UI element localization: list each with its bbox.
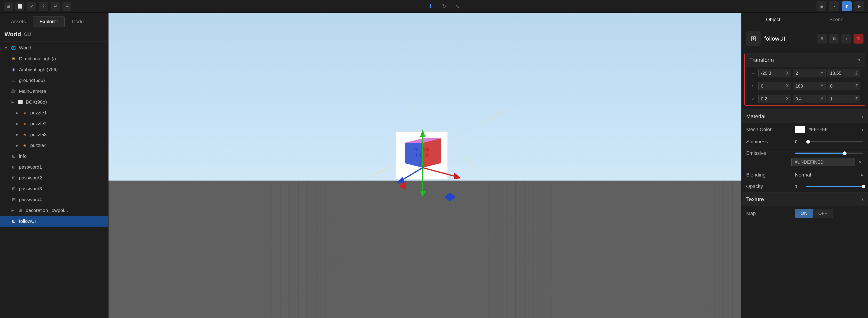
panel-arrow-icon[interactable]: ▾ — [829, 1, 839, 11]
scale-icon: ⤢ — [749, 96, 756, 103]
mesh-color-chevron[interactable]: ▾ — [862, 128, 864, 132]
sidebar-item-maincamera[interactable]: 🎥 MainCamera — [0, 86, 108, 97]
sidebar-item-world[interactable]: ▼ 🌐 World — [0, 42, 108, 53]
light-icon: ☀ — [10, 56, 17, 62]
sidebar-item-ambientlight[interactable]: ◉ AmbientLight(756) — [0, 64, 108, 75]
texture-section-header[interactable]: Texture ▾ — [742, 192, 868, 206]
rotation-y-value: 180 — [796, 83, 819, 89]
decoration-label: decoration_lowpol... — [26, 208, 68, 213]
position-x-value: -20.3 — [761, 71, 784, 76]
opacity-fill — [806, 186, 864, 187]
topbar-center: ✛ ↻ ⤡ — [74, 1, 814, 11]
scale-x-field[interactable]: 0.2 X — [758, 95, 791, 103]
add-component-button[interactable]: ⊕ — [817, 34, 827, 43]
expand-icon[interactable]: ⤢ — [27, 2, 36, 11]
opacity-track[interactable] — [806, 186, 864, 187]
refresh-icon[interactable]: ↻ — [439, 1, 449, 11]
sidebar-item-password4[interactable]: ⊞ password4 — [0, 194, 108, 205]
emissive-thumb[interactable] — [843, 151, 846, 155]
rotation-y-field[interactable]: 180 Y — [793, 82, 826, 90]
rotation-x-field[interactable]: 0 X — [758, 82, 791, 90]
password1-label: password1 — [19, 164, 42, 170]
emissive-slider-container — [795, 152, 864, 154]
tab-scene[interactable]: Scene — [805, 13, 868, 27]
transform-scale-row: ⤢ 0.2 X 0.4 Y 1 Z — [745, 93, 865, 105]
shininess-track[interactable] — [806, 141, 864, 142]
sidebar-item-puzzle1[interactable]: ▶ ◈ puzzle1 — [0, 107, 108, 118]
emissive-track[interactable] — [795, 152, 864, 154]
followui-icon: ⊞ — [10, 218, 17, 224]
object-icon-big: ⊞ — [746, 31, 761, 46]
position-y-field[interactable]: 2 Y — [793, 69, 826, 77]
opacity-label: Opacity — [746, 183, 792, 189]
undo-button[interactable]: ↩ — [51, 2, 60, 11]
rotation-z-axis: Z — [855, 84, 858, 89]
shininess-value: 0 — [795, 139, 804, 144]
object-header-actions: ⊕ ⧉ ＋ 🗑 — [817, 34, 864, 43]
tab-assets[interactable]: Assets — [4, 16, 32, 27]
sidebar-item-password2[interactable]: ⊞ password2 — [0, 172, 108, 183]
scale-z-field[interactable]: 1 Z — [828, 95, 860, 103]
sidebar-item-puzzle2[interactable]: ▶ ◈ puzzle2 — [0, 118, 108, 129]
position-x-axis: X — [786, 71, 789, 76]
sidebar-item-directionallight[interactable]: ☀ DirectionalLight(a... — [0, 53, 108, 64]
sidebar-item-password1[interactable]: ⊞ password1 — [0, 162, 108, 172]
mesh-color-swatch[interactable] — [795, 126, 805, 133]
world-label: World — [4, 31, 21, 38]
move-tool-icon[interactable]: ✛ — [426, 1, 435, 11]
emissive-clear-button[interactable]: ✕ — [857, 160, 864, 165]
grid-icon[interactable]: ⊞ — [4, 2, 13, 11]
scale-z-value: 1 — [830, 96, 854, 102]
position-y-axis: Y — [820, 71, 823, 76]
sidebar-item-puzzle4[interactable]: ▶ ◈ puzzle4 — [0, 140, 108, 151]
password4-label: password4 — [19, 197, 42, 202]
sidebar-item-ground[interactable]: ▭ ground(5d5) — [0, 75, 108, 86]
fullscreen-icon[interactable]: ⤡ — [453, 1, 463, 11]
transform-section: Transform ▾ ✛ -20.3 X 2 Y 18.55 Z — [744, 53, 865, 106]
puzzle1-chevron: ▶ — [15, 111, 20, 115]
material-chevron: ▾ — [862, 114, 864, 119]
texture-title: Texture — [746, 196, 764, 203]
help-icon[interactable]: ? — [39, 2, 48, 11]
material-section-header[interactable]: Material ▾ — [742, 110, 868, 123]
sidebar-item-box[interactable]: ▶ ⬜ BOX(98e) — [0, 97, 108, 107]
scale-y-field[interactable]: 0.4 Y — [793, 95, 826, 103]
sidebar-item-password3[interactable]: ⊞ password3 — [0, 183, 108, 194]
panel-layout-icon[interactable]: ▣ — [816, 1, 827, 11]
password2-icon: ⊞ — [10, 175, 17, 181]
svg-marker-19 — [454, 173, 461, 179]
opacity-thumb[interactable] — [862, 185, 865, 188]
sidebar-item-info[interactable]: ⊞ info — [0, 151, 108, 162]
upload-button[interactable]: ⬆ — [842, 1, 852, 11]
duplicate-button[interactable]: ⧉ — [829, 34, 839, 43]
tab-object[interactable]: Object — [742, 13, 805, 27]
puzzle3-chevron: ▶ — [15, 132, 20, 137]
position-x-field[interactable]: -20.3 X — [758, 69, 791, 77]
play-button[interactable]: ▶ — [855, 1, 864, 11]
map-on-button[interactable]: ON — [795, 209, 813, 218]
shininess-thumb[interactable] — [806, 140, 810, 144]
scale-x-axis: X — [786, 97, 789, 101]
add-button[interactable]: ＋ — [841, 34, 851, 43]
material-section: Material ▾ Mesh Color #FFFFFF ▾ Shinines… — [742, 109, 868, 192]
map-off-button[interactable]: OFF — [813, 209, 833, 218]
sidebar-item-followui[interactable]: ⊞ followUI — [0, 216, 108, 226]
sidebar-item-puzzle3[interactable]: ▶ ◈ puzzle3 — [0, 129, 108, 140]
blending-row[interactable]: Blending Normal ▶ — [742, 169, 868, 181]
info-label: info — [19, 153, 27, 159]
tab-explorer[interactable]: Explorer — [33, 16, 65, 27]
redo-button[interactable]: ↪ — [62, 2, 71, 11]
puzzle3-label: puzzle3 — [30, 132, 46, 137]
window-icon[interactable]: ⬜ — [16, 2, 24, 11]
rotation-z-field[interactable]: 0 Z — [828, 82, 860, 90]
tab-code[interactable]: Code — [66, 16, 90, 27]
puzzle4-label: puzzle4 — [30, 143, 46, 148]
position-z-field[interactable]: 18.55 Z — [828, 69, 860, 77]
blending-chevron[interactable]: ▶ — [861, 173, 864, 177]
topbar: ⊞ ⬜ ⤢ ? ↩ ↪ ✛ ↻ ⤡ ▣ ▾ ⬆ ▶ — [0, 0, 868, 13]
sidebar-item-decoration[interactable]: ▶ ⊞ decoration_lowpol... — [0, 205, 108, 216]
position-y-value: 2 — [796, 71, 819, 76]
viewport[interactable]: 카메라를 따라니는 UI — [108, 13, 741, 318]
delete-button[interactable]: 🗑 — [854, 34, 864, 43]
transform-section-header[interactable]: Transform ▾ — [745, 53, 865, 67]
